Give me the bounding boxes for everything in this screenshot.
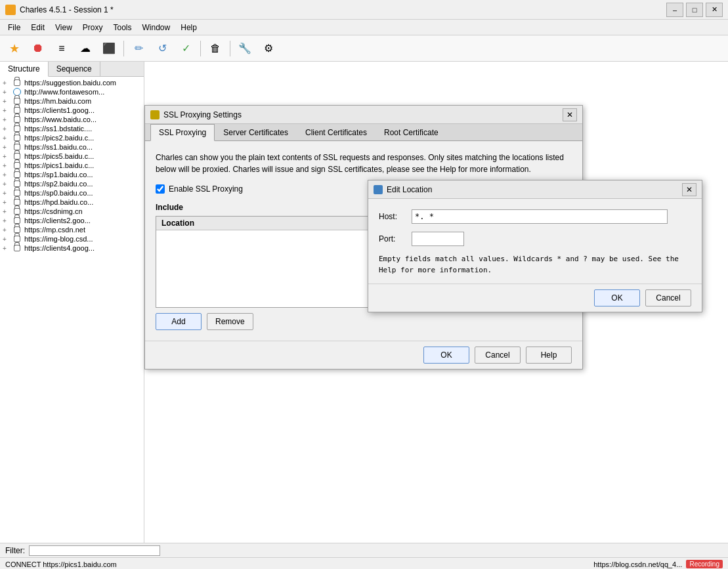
close-window-button[interactable]: ✕ — [706, 3, 723, 17]
menu-proxy[interactable]: Proxy — [77, 22, 108, 33]
ssl-dialog-description: Charles can show you the plain text cont… — [156, 152, 572, 175]
pencil-tool-button[interactable]: ✏ — [128, 38, 149, 59]
tree-item[interactable]: + https://sp1.baidu.co... — [0, 170, 144, 179]
ssl-tab-server-certificates[interactable]: Server Certificates — [215, 124, 297, 140]
ssl-dialog-close-button[interactable]: ✕ — [563, 108, 577, 121]
host-label: Host: — [379, 212, 412, 221]
maximize-button[interactable]: □ — [686, 3, 703, 17]
tree-item[interactable]: + https://pics1.baidu.c... — [0, 161, 144, 170]
menu-edit[interactable]: Edit — [26, 22, 50, 33]
ssl-tab-root-certificate[interactable]: Root Certificate — [375, 124, 447, 140]
filter-label: Filter: — [5, 546, 25, 555]
lock-icon — [12, 79, 22, 87]
ssl-dialog-title-bar: SSL Proxying Settings ✕ — [145, 106, 582, 124]
tree-item[interactable]: + https://img-blog.csd... — [0, 234, 144, 243]
menu-bar: File Edit View Proxy Tools Window Help — [0, 20, 728, 35]
tree-item[interactable]: + https://clients1.goog... — [0, 106, 144, 115]
menu-file[interactable]: File — [3, 22, 26, 33]
ssl-help-button[interactable]: Help — [526, 347, 572, 364]
host-input[interactable] — [412, 209, 668, 224]
minimize-button[interactable]: – — [666, 3, 683, 17]
edit-dialog-icon — [374, 185, 383, 194]
stop-tool-button[interactable]: ⬛ — [98, 38, 119, 59]
tree-item[interactable]: + https://sp0.baidu.co... — [0, 188, 144, 198]
tree-item[interactable]: + https://clients2.goo... — [0, 216, 144, 225]
toolbar: ★ ⏺ ≡ ☁ ⬛ ✏ ↺ ✓ 🗑 🔧 ⚙ — [0, 35, 728, 62]
toolbar-separator-3 — [230, 41, 230, 56]
status-url: https://blog.csdn.net/qq_4... — [593, 560, 682, 568]
left-panel: Structure Sequence + https://suggestion.… — [0, 62, 144, 543]
edit-dialog-body: Host: Port: Empty fields match all value… — [368, 199, 702, 276]
menu-help[interactable]: Help — [175, 22, 202, 33]
edit-dialog-close-button[interactable]: ✕ — [682, 183, 696, 196]
edit-info-text: Empty fields match all values. Wildcards… — [368, 254, 702, 276]
menu-window[interactable]: Window — [137, 22, 176, 33]
window-controls: – □ ✕ — [666, 3, 723, 17]
recording-badge: Recording — [686, 560, 723, 568]
port-label: Port: — [379, 234, 412, 243]
ssl-dialog-button-row: OK Cancel Help — [145, 341, 582, 369]
filter-input[interactable] — [29, 545, 160, 556]
window-title: Charles 4.5.1 - Session 1 * — [20, 5, 666, 14]
ssl-tab-client-certificates[interactable]: Client Certificates — [297, 124, 375, 140]
menu-view[interactable]: View — [50, 22, 77, 33]
app-icon — [5, 5, 16, 15]
title-bar: Charles 4.5.1 - Session 1 * – □ ✕ — [0, 0, 728, 20]
host-field-row: Host: — [368, 209, 702, 224]
edit-dialog-button-row: OK Cancel — [368, 284, 702, 312]
tree-item[interactable]: + https://csdnimg.cn — [0, 207, 144, 216]
edit-ok-button[interactable]: OK — [594, 289, 640, 306]
tree-item[interactable]: + https://www.baidu.co... — [0, 115, 144, 124]
tree-item[interactable]: + https://mp.csdn.net — [0, 225, 144, 234]
refresh-tool-button[interactable]: ↺ — [152, 38, 173, 59]
cloud-tool-button[interactable]: ☁ — [75, 38, 96, 59]
tree-item[interactable]: + https://suggestion.baidu.com — [0, 78, 144, 87]
port-input[interactable] — [412, 232, 464, 246]
tree-item[interactable]: + https://ss1.baidu.co... — [0, 142, 144, 152]
enable-ssl-label: Enable SSL Proxying — [169, 184, 243, 194]
tree-item[interactable]: + https://pics5.baidu.c... — [0, 152, 144, 161]
remove-location-button[interactable]: Remove — [207, 313, 253, 330]
ssl-dialog-title: SSL Proxying Settings — [163, 110, 563, 119]
tab-sequence[interactable]: Sequence — [49, 62, 100, 76]
tree-item[interactable]: + https://sp2.baidu.co... — [0, 179, 144, 188]
edit-cancel-button[interactable]: Cancel — [645, 289, 691, 306]
tree-area[interactable]: + https://suggestion.baidu.com + http://… — [0, 77, 144, 543]
ssl-tab-ssl-proxying[interactable]: SSL Proxying — [150, 124, 215, 141]
tree-item[interactable]: + https://hm.baidu.com — [0, 96, 144, 106]
table-button-row: Add Remove — [156, 313, 572, 330]
status-message: CONNECT https://pics1.baidu.com — [5, 560, 117, 568]
ssl-cancel-button[interactable]: Cancel — [475, 347, 521, 364]
menu-tools[interactable]: Tools — [108, 22, 137, 33]
gear-tool-button[interactable]: ⚙ — [258, 38, 279, 59]
toolbar-separator-1 — [123, 41, 124, 56]
toolbar-separator-2 — [200, 41, 201, 56]
edit-dialog-title: Edit Location — [387, 185, 682, 194]
record-tool-button[interactable]: ⏺ — [28, 38, 49, 59]
ssl-dialog-tab-bar: SSL Proxying Server Certificates Client … — [145, 124, 582, 141]
enable-ssl-checkbox[interactable] — [156, 184, 165, 194]
lock-icon — [12, 244, 22, 252]
check-tool-button[interactable]: ✓ — [175, 38, 196, 59]
status-bar: CONNECT https://pics1.baidu.com https://… — [0, 557, 728, 569]
tab-bar: Structure Sequence — [0, 62, 144, 77]
add-location-button[interactable]: Add — [156, 313, 202, 330]
trash-tool-button[interactable]: 🗑 — [205, 38, 226, 59]
throttle-tool-button[interactable]: ≡ — [51, 38, 72, 59]
tree-item[interactable]: + https://pics2.baidu.c... — [0, 133, 144, 142]
wrench-tool-button[interactable]: 🔧 — [234, 38, 255, 59]
tab-structure[interactable]: Structure — [0, 62, 49, 77]
port-field-row: Port: — [368, 232, 702, 246]
filter-bar: Filter: — [0, 543, 728, 557]
edit-location-dialog: Edit Location ✕ Host: Port: Empty fields… — [368, 180, 702, 312]
tree-item[interactable]: + https://hpd.baidu.co... — [0, 198, 144, 207]
tree-item[interactable]: + http://www.fontawesom... — [0, 87, 144, 96]
ssl-ok-button[interactable]: OK — [423, 347, 469, 364]
ssl-dialog-icon — [150, 110, 160, 119]
tree-item[interactable]: + https://clients4.goog... — [0, 243, 144, 253]
tree-item[interactable]: + https://ss1.bdstatic.... — [0, 124, 144, 133]
star-tool-button[interactable]: ★ — [4, 38, 25, 59]
edit-dialog-title-bar: Edit Location ✕ — [368, 180, 702, 199]
